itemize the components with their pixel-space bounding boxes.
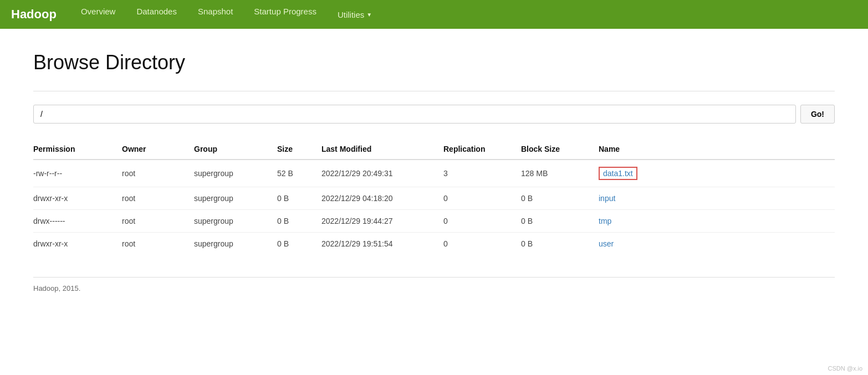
table-cell: 52 B — [277, 160, 321, 187]
table-cell: 2022/12/29 20:49:31 — [321, 160, 443, 187]
table-cell: supergroup — [194, 210, 277, 233]
col-header-size: Size — [277, 139, 321, 160]
navbar-brand[interactable]: Hadoop — [11, 7, 57, 22]
table-row: drwxr-xr-xrootsupergroup0 B2022/12/29 04… — [33, 187, 835, 210]
table-cell: 3 — [443, 160, 521, 187]
nav-item-overview: Overview — [73, 7, 124, 23]
main-content: Browse Directory Go! Permission Owner Gr… — [0, 29, 868, 320]
table-cell: root — [122, 187, 194, 210]
directory-table: Permission Owner Group Size Last Modifie… — [33, 139, 835, 255]
nav-link-snapshot[interactable]: Snapshot — [190, 3, 241, 19]
table-cell: 128 MB — [521, 160, 599, 187]
table-body: -rw-r--r--rootsupergroup52 B2022/12/29 2… — [33, 160, 835, 255]
dropdown-arrow-icon: ▼ — [366, 12, 372, 18]
table-cell: -rw-r--r-- — [33, 160, 122, 187]
nav-link-utilities[interactable]: Utilities ▼ — [330, 7, 380, 23]
col-header-group: Group — [194, 139, 277, 160]
table-cell: 0 B — [277, 233, 321, 255]
search-bar: Go! — [33, 105, 835, 124]
table-cell: 0 B — [521, 233, 599, 255]
navbar: Hadoop Overview Datanodes Snapshot Start… — [0, 0, 868, 29]
page-title: Browse Directory — [33, 51, 835, 74]
table-row: drwxr-xr-xrootsupergroup0 B2022/12/29 19… — [33, 233, 835, 255]
nav-item-utilities: Utilities ▼ — [330, 7, 380, 23]
col-header-replication: Replication — [443, 139, 521, 160]
table-cell: 2022/12/29 19:51:54 — [321, 233, 443, 255]
nav-item-snapshot: Snapshot — [190, 7, 241, 23]
nav-item-datanodes: Datanodes — [129, 7, 185, 23]
table-header-row: Permission Owner Group Size Last Modifie… — [33, 139, 835, 160]
table-cell: root — [122, 210, 194, 233]
col-header-name: Name — [599, 139, 835, 160]
table-row: drwx------rootsupergroup0 B2022/12/29 19… — [33, 210, 835, 233]
nav-item-startup-progress: Startup Progress — [246, 7, 324, 23]
table-cell: 2022/12/29 19:44:27 — [321, 210, 443, 233]
table-cell: root — [122, 233, 194, 255]
table-cell: 0 B — [277, 210, 321, 233]
table-cell: drwxr-xr-x — [33, 187, 122, 210]
footer-text: Hadoop, 2015. — [33, 284, 835, 298]
nav-link-startup-progress[interactable]: Startup Progress — [246, 3, 324, 19]
table-cell: drwx------ — [33, 210, 122, 233]
table-header: Permission Owner Group Size Last Modifie… — [33, 139, 835, 160]
table-cell: 0 — [443, 233, 521, 255]
table-cell: 0 — [443, 210, 521, 233]
nav-link-overview[interactable]: Overview — [73, 3, 124, 19]
nav-link-datanodes[interactable]: Datanodes — [129, 3, 185, 19]
file-link[interactable]: user — [599, 239, 614, 248]
col-header-owner: Owner — [122, 139, 194, 160]
file-link[interactable]: tmp — [599, 217, 611, 225]
table-cell: 0 B — [521, 210, 599, 233]
table-cell: drwxr-xr-x — [33, 233, 122, 255]
file-link[interactable]: data1.txt — [599, 167, 637, 180]
table-cell: supergroup — [194, 187, 277, 210]
go-button[interactable]: Go! — [800, 105, 835, 124]
table-cell: 0 B — [277, 187, 321, 210]
table-cell: supergroup — [194, 233, 277, 255]
col-header-last-modified: Last Modified — [321, 139, 443, 160]
table-cell: supergroup — [194, 160, 277, 187]
col-header-permission: Permission — [33, 139, 122, 160]
table-cell: 2022/12/29 04:18:20 — [321, 187, 443, 210]
table-row: -rw-r--r--rootsupergroup52 B2022/12/29 2… — [33, 160, 835, 187]
footer-divider — [33, 277, 835, 278]
title-divider — [33, 91, 835, 91]
table-cell: 0 B — [521, 187, 599, 210]
table-cell: 0 — [443, 187, 521, 210]
table-cell: root — [122, 160, 194, 187]
file-link[interactable]: input — [599, 194, 615, 203]
path-input[interactable] — [33, 105, 796, 124]
col-header-block-size: Block Size — [521, 139, 599, 160]
navbar-nav: Overview Datanodes Snapshot Startup Prog… — [73, 7, 380, 23]
